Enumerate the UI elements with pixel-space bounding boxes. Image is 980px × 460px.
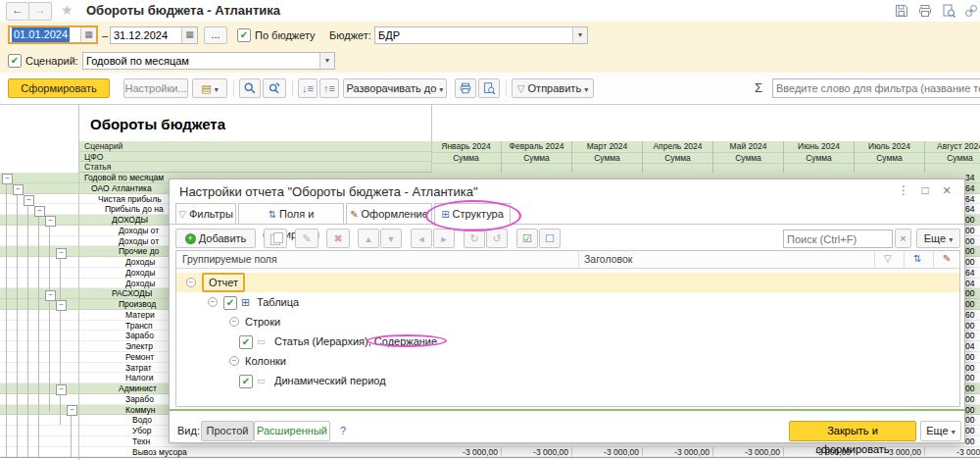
- search-reset-button[interactable]: [263, 78, 286, 98]
- col-header[interactable]: Заголовок: [584, 253, 632, 265]
- budget-input[interactable]: [375, 27, 587, 43]
- move-right-button[interactable]: ►: [433, 229, 455, 248]
- collapse-icon[interactable]: −: [229, 317, 239, 327]
- filter-column-icon[interactable]: ▽: [884, 253, 892, 264]
- quick-filter-input[interactable]: [773, 79, 980, 97]
- header-scenario[interactable]: Сценарий: [78, 141, 431, 152]
- col-grouping-fields[interactable]: Группируемые поля: [182, 253, 277, 265]
- dialog-search-input[interactable]: [784, 230, 892, 247]
- amount-cell[interactable]: -3 000,00: [713, 447, 784, 458]
- tree-collapse-icon[interactable]: −: [67, 405, 77, 416]
- tree-row-columns[interactable]: − Колонки: [176, 351, 959, 371]
- tree-collapse-icon[interactable]: −: [45, 216, 56, 227]
- article-checkbox[interactable]: ✔: [239, 335, 253, 349]
- calendar-icon[interactable]: ▦: [181, 27, 197, 43]
- settings-button[interactable]: Настройки...: [123, 78, 188, 98]
- print-icon[interactable]: [917, 3, 933, 19]
- search-button[interactable]: [239, 78, 261, 98]
- month-column[interactable]: Июнь 2024 Сумма: [784, 141, 855, 173]
- tree-collapse-icon[interactable]: −: [45, 290, 56, 301]
- expand-to-button[interactable]: Разворачивать до ▾: [343, 78, 447, 98]
- send-button[interactable]: ▽ Отправить ▾: [512, 78, 594, 98]
- tab-filters[interactable]: ▽Фильтры: [175, 203, 236, 225]
- tree-row-table[interactable]: − ✔ ⊞ Таблица: [176, 292, 959, 312]
- month-column[interactable]: Март 2024 Сумма: [572, 141, 643, 173]
- edit-button[interactable]: ✎: [295, 229, 318, 248]
- view-simple-button[interactable]: Простой: [201, 421, 254, 441]
- collapse-groups-button[interactable]: ↓≡: [298, 78, 318, 98]
- header-cfo[interactable]: ЦФО: [78, 152, 431, 162]
- check-all-button[interactable]: ☑: [516, 229, 538, 248]
- amount-cell[interactable]: -3 000,00: [502, 447, 572, 458]
- tree-collapse-icon[interactable]: −: [56, 300, 67, 311]
- month-column[interactable]: Июль 2024 Сумма: [855, 141, 925, 173]
- amount-cell[interactable]: -3 000,00: [572, 447, 643, 458]
- calendar-icon[interactable]: ▦: [80, 27, 96, 42]
- amount-cell[interactable]: -3 000,00: [431, 447, 502, 458]
- chevron-down-icon[interactable]: ▾: [572, 27, 587, 43]
- collapse-icon[interactable]: −: [229, 356, 239, 366]
- scenario-input[interactable]: [83, 53, 334, 69]
- print-preview-icon[interactable]: [941, 3, 956, 19]
- delete-button[interactable]: ✖: [326, 229, 350, 248]
- date-to-field[interactable]: ▦: [110, 26, 198, 44]
- add-button[interactable]: + Добавить: [175, 229, 256, 248]
- month-column[interactable]: Январь 2024 Сумма: [431, 141, 502, 173]
- group-button[interactable]: ↻: [464, 229, 485, 248]
- print-button[interactable]: [455, 78, 476, 98]
- close-and-generate-button[interactable]: Закрыть и сформировать: [789, 421, 916, 441]
- tree-collapse-icon[interactable]: −: [56, 384, 67, 395]
- date-from-field[interactable]: 01.01.2024 ▦: [8, 26, 98, 44]
- forward-button[interactable]: →: [28, 2, 52, 21]
- ungroup-button[interactable]: ↺: [486, 229, 508, 248]
- budget-field[interactable]: ▾: [374, 26, 588, 44]
- favorite-star-icon[interactable]: ★: [61, 2, 74, 18]
- back-button[interactable]: ←: [6, 2, 29, 21]
- move-up-button[interactable]: ▲: [358, 229, 379, 248]
- uncheck-all-button[interactable]: ☐: [539, 229, 561, 248]
- tree-row-dynamic-period[interactable]: ✔ ▭ Динамический период: [176, 371, 959, 390]
- amount-cell[interactable]: -3 000,00: [643, 447, 713, 458]
- search-clear-button[interactable]: ×: [895, 229, 911, 248]
- collapse-icon[interactable]: −: [208, 297, 218, 307]
- copy-button[interactable]: [264, 229, 287, 248]
- tree-collapse-icon[interactable]: −: [24, 195, 34, 206]
- month-column[interactable]: Май 2024 Сумма: [713, 141, 784, 173]
- tree-collapse-icon[interactable]: −: [13, 184, 24, 195]
- save-icon[interactable]: [894, 3, 909, 19]
- help-icon[interactable]: ?: [340, 425, 346, 436]
- report-variants-button[interactable]: ▤ ▾: [192, 78, 227, 98]
- dialog-maximize-icon[interactable]: □: [916, 183, 934, 199]
- tab-appearance[interactable]: ✎Оформление: [346, 203, 432, 225]
- dialog-menu-dots-icon[interactable]: ⋮: [895, 183, 912, 199]
- dialog-close-icon[interactable]: ×: [938, 183, 956, 199]
- month-column[interactable]: Август 2024 Сумма: [925, 141, 980, 173]
- tree-row-report[interactable]: − Отчет: [176, 273, 959, 292]
- fields-column-icon[interactable]: ⇅: [913, 253, 921, 264]
- dialog-search-field[interactable]: [783, 230, 893, 248]
- generate-button[interactable]: Сформировать: [8, 78, 110, 98]
- table-checkbox[interactable]: ✔: [223, 296, 237, 310]
- quick-filter-field[interactable]: [772, 78, 980, 98]
- move-down-button[interactable]: ▼: [380, 229, 402, 248]
- tab-fields-sorting[interactable]: ⇅Поля и сортировки: [238, 203, 344, 225]
- amount-cell[interactable]: -3 000,00: [925, 447, 980, 458]
- scenario-field[interactable]: ▾: [82, 52, 335, 70]
- dialog-more-button[interactable]: Еще ▾: [916, 229, 960, 248]
- move-left-button[interactable]: ◄: [411, 229, 432, 248]
- by-budget-checkbox[interactable]: ✔: [237, 28, 251, 42]
- tree-row-rows[interactable]: − Строки: [176, 312, 959, 332]
- view-extended-button[interactable]: Расширенный: [254, 421, 330, 441]
- scenario-checkbox[interactable]: ✔: [8, 54, 22, 68]
- dialog-footer-more-button[interactable]: Еще ▾: [920, 421, 961, 441]
- chevron-down-icon[interactable]: ▾: [319, 53, 334, 69]
- tree-row-article-field[interactable]: ✔ ▭ Статья (Иерархия), Содержание: [176, 332, 959, 351]
- tree-collapse-icon[interactable]: −: [34, 206, 45, 217]
- brush-column-icon[interactable]: ✎: [943, 253, 951, 264]
- period-more-button[interactable]: ...: [204, 26, 227, 44]
- month-column[interactable]: Апрель 2024 Сумма: [643, 141, 713, 173]
- print-preview-button[interactable]: [478, 78, 500, 98]
- expand-groups-button[interactable]: ↑≡: [319, 78, 339, 98]
- link-icon[interactable]: [963, 3, 979, 19]
- tree-collapse-icon[interactable]: −: [2, 174, 13, 184]
